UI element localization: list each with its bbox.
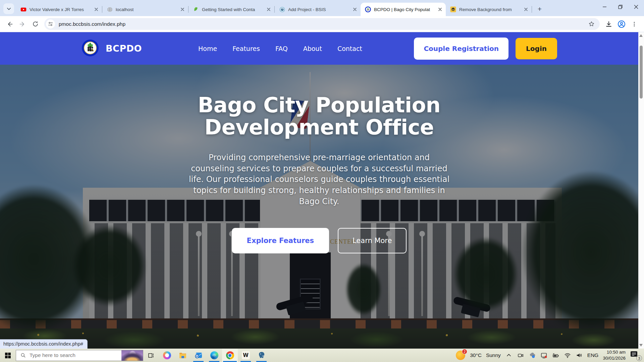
tab-close-icon[interactable] <box>93 6 99 13</box>
address-bar[interactable]: pmoc.bccbsis.com/index.php <box>44 18 600 30</box>
clock-date: 30/01/2026 <box>603 355 626 361</box>
outlook-button[interactable] <box>191 349 206 362</box>
notification-center-button[interactable]: 3 <box>630 351 640 360</box>
url-text[interactable]: pmoc.bccbsis.com/index.php <box>59 21 125 27</box>
tab-strip: Victor Valverde x JR Torres localhost Ge… <box>0 0 644 16</box>
minimize-button[interactable] <box>597 0 612 13</box>
tab-youtube[interactable]: Victor Valverde x JR Torres <box>16 3 102 16</box>
tab-close-icon[interactable] <box>437 6 443 13</box>
tab-title: Remove Background from <box>459 7 520 12</box>
brand-name[interactable]: BCPDO <box>106 43 142 54</box>
battery-icon[interactable] <box>552 352 559 359</box>
hero-section: MEMORIAL COLISEUM AND CULTURAL CENTER <box>0 65 638 349</box>
search-icon <box>20 353 26 358</box>
explore-features-button[interactable]: Explore Features <box>232 228 329 253</box>
weather-widget[interactable]: 2 <box>455 350 466 360</box>
bcpdo-logo-seal <box>82 39 99 58</box>
close-window-button[interactable] <box>628 0 644 13</box>
tab-getting-started[interactable]: Getting Started with Conta <box>189 3 274 16</box>
postgresql-button[interactable] <box>254 349 269 362</box>
nav-link-home[interactable]: Home <box>198 45 217 52</box>
tab-title: Add Project - BSIS <box>288 7 348 12</box>
page-scrollbar[interactable] <box>638 32 644 349</box>
couple-registration-button[interactable]: Couple Registration <box>414 38 508 60</box>
reload-icon[interactable] <box>29 18 42 31</box>
clock-time: 10:50 am <box>603 349 626 355</box>
postgresql-elephant-icon <box>258 351 266 359</box>
tray-chevron-up-icon[interactable] <box>505 352 513 359</box>
bsis-seal-icon <box>279 6 285 12</box>
brand[interactable]: BCPDO <box>82 39 142 58</box>
spring-leaf-icon <box>193 6 199 12</box>
layers-icon <box>450 6 456 12</box>
site-info-icon[interactable] <box>46 19 55 28</box>
scrollbar-thumb[interactable] <box>640 46 643 99</box>
weather-temp[interactable]: 30°C <box>470 352 482 358</box>
scroll-down-icon[interactable] <box>639 344 643 347</box>
back-icon[interactable] <box>3 18 16 31</box>
volume-icon[interactable] <box>576 352 583 359</box>
tab-bcpdo-active[interactable]: BCPDO | Bago City Populat <box>361 3 446 16</box>
weather-condition[interactable]: Sunny <box>486 352 501 358</box>
tab-localhost[interactable]: localhost <box>102 3 188 16</box>
edge-icon <box>210 351 218 359</box>
tab-title: Victor Valverde x JR Torres <box>30 7 90 12</box>
chrome-button[interactable] <box>222 349 238 362</box>
edge-button[interactable] <box>206 349 222 362</box>
nav-link-faq[interactable]: FAQ <box>275 45 288 52</box>
notification-count-badge: 3 <box>636 355 642 361</box>
hero-buttons: Explore Features Learn More <box>232 228 407 253</box>
tab-remove-background[interactable]: Remove Background from <box>446 3 532 16</box>
w-app-button[interactable]: W <box>238 349 254 362</box>
globe-icon <box>107 6 113 12</box>
nav-link-features[interactable]: Features <box>232 45 260 52</box>
youtube-icon <box>20 6 26 12</box>
task-view-button[interactable] <box>143 349 159 362</box>
nav-link-about[interactable]: About <box>303 45 322 52</box>
tab-title: localhost <box>116 7 176 12</box>
copilot-icon <box>163 351 171 359</box>
web-page: BCPDO Home Features FAQ About Contact Co… <box>0 32 638 349</box>
meet-now-icon[interactable] <box>517 352 524 359</box>
wifi-icon[interactable] <box>564 352 571 359</box>
nav-link-contact[interactable]: Contact <box>337 45 362 52</box>
hero-description: Providing comprehensive pre-marriage ori… <box>189 152 450 207</box>
taskbar-search[interactable] <box>16 350 143 361</box>
browser-menu-icon[interactable] <box>628 18 641 31</box>
forward-icon[interactable] <box>16 18 29 31</box>
taskbar-clock[interactable]: 10:50 am 30/01/2026 <box>603 349 626 361</box>
hero-content: Bago City Population Development Office … <box>0 65 638 349</box>
scroll-up-icon[interactable] <box>639 34 643 37</box>
page-title: Bago City Population Development Office <box>198 94 440 139</box>
file-explorer-button[interactable] <box>175 349 191 362</box>
maximize-button[interactable] <box>612 0 628 13</box>
start-button[interactable] <box>0 349 16 362</box>
login-button[interactable]: Login <box>516 38 557 59</box>
tab-close-icon[interactable] <box>179 6 185 13</box>
tab-close-icon[interactable] <box>523 6 529 13</box>
new-tab-button[interactable]: + <box>535 4 545 14</box>
tab-add-project[interactable]: Add Project - BSIS <box>275 3 361 16</box>
learn-more-button[interactable]: Learn More <box>338 228 407 253</box>
search-input[interactable] <box>30 352 113 358</box>
system-tray: 2 30°C Sunny i <box>455 349 644 361</box>
bcpdo-seal-icon <box>365 6 371 12</box>
profile-avatar-icon[interactable] <box>615 18 628 31</box>
wireless-display-icon[interactable] <box>540 352 548 359</box>
chrome-icon <box>226 351 234 359</box>
browser-toolbar: pmoc.bccbsis.com/index.php <box>0 16 644 32</box>
nav-actions: Couple Registration Login <box>414 38 557 60</box>
language-indicator[interactable]: ENG <box>587 352 599 358</box>
page-title-line1: Bago City Population <box>198 93 440 117</box>
download-icon[interactable] <box>602 18 615 31</box>
tab-close-icon[interactable] <box>265 6 272 13</box>
onedrive-icon[interactable]: i <box>529 352 536 359</box>
w-app-icon: W <box>242 351 250 359</box>
nav-links: Home Features FAQ About Contact <box>198 45 362 52</box>
tab-search-chevron-icon[interactable] <box>3 3 14 14</box>
bookmark-star-icon[interactable] <box>586 19 596 29</box>
copilot-button[interactable] <box>159 349 175 362</box>
search-highlight-image[interactable] <box>121 350 143 361</box>
tab-close-icon[interactable] <box>352 6 358 13</box>
tab-title: BCPDO | Bago City Populat <box>374 7 434 12</box>
